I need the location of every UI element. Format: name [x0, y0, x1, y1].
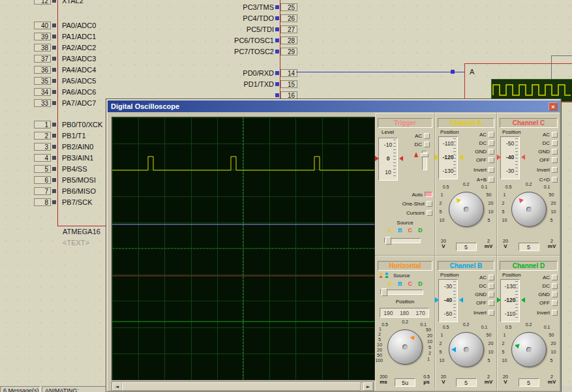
pin-row[interactable]: PC6/TOSC1 28 — [223, 35, 297, 46]
messages-status[interactable]: 6 Message(s) — [0, 386, 40, 392]
oscilloscope-instrument-symbol[interactable]: A — [464, 63, 572, 102]
source-d[interactable]: D — [418, 280, 423, 287]
horizontal-position-drum[interactable]: 190180170 — [380, 308, 429, 318]
pin-row[interactable]: 6 PB5/MOSI — [34, 174, 102, 185]
timebase-knob[interactable] — [387, 329, 423, 365]
scrollbar-thumb[interactable] — [122, 382, 361, 391]
trigger-level-drum[interactable]: -10010 — [378, 138, 398, 181]
off-button[interactable] — [489, 300, 494, 306]
off-button[interactable] — [489, 157, 494, 163]
pin-row[interactable]: 40 PA0/ADC0 — [34, 20, 96, 31]
source-a[interactable]: A — [388, 280, 393, 287]
source-c[interactable]: C — [408, 280, 413, 287]
channel-d-gain-knob[interactable] — [511, 332, 547, 367]
sum-button[interactable] — [489, 177, 494, 183]
source-a[interactable]: A — [388, 227, 393, 234]
pin-row[interactable]: 34 PA6/ADC6 — [34, 86, 96, 97]
probe-wire[interactable] — [455, 72, 464, 72]
display-scrollbar[interactable]: ◄ ► — [112, 382, 374, 391]
timebase-value[interactable]: 5u — [395, 378, 415, 387]
source-b[interactable]: B — [398, 280, 402, 287]
source-c[interactable]: C — [408, 227, 413, 234]
pin-row[interactable]: 4 PB3/AIN1 — [34, 153, 102, 164]
gnd-button[interactable] — [552, 292, 558, 297]
cursors-button[interactable] — [427, 210, 432, 216]
scroll-left-icon[interactable]: ◄ — [112, 382, 122, 391]
pin-row[interactable]: 37 PA3/ADC3 — [34, 53, 96, 65]
trigger-source-slider[interactable] — [384, 238, 421, 243]
slider-handle[interactable] — [421, 153, 429, 157]
dc-button[interactable] — [552, 140, 558, 146]
ac-button[interactable] — [489, 132, 494, 138]
ac-button[interactable] — [489, 275, 494, 280]
sum-button[interactable] — [552, 177, 558, 183]
slider-handle[interactable] — [385, 237, 391, 245]
invert-button[interactable] — [489, 167, 494, 173]
off-button[interactable] — [552, 157, 558, 163]
pin-pad — [52, 23, 56, 27]
source-b[interactable]: B — [398, 227, 402, 234]
pin-row[interactable]: 5 PB4/SS — [34, 164, 102, 175]
invert-button[interactable] — [489, 310, 494, 316]
trigger-edge-slider[interactable] — [422, 151, 427, 170]
rxd-wire[interactable] — [296, 72, 453, 72]
ac-button[interactable] — [424, 133, 430, 139]
pin-row[interactable]: 7 PB6/MISO — [34, 185, 102, 196]
channel-a-gain-knob[interactable] — [449, 192, 484, 227]
scope-display[interactable] — [112, 117, 375, 380]
slider-handle[interactable] — [382, 288, 387, 296]
channel-b-gain-knob[interactable] — [449, 332, 484, 367]
us-unit: 0.5μs — [419, 374, 434, 385]
scroll-right-icon[interactable]: ► — [363, 382, 373, 391]
close-icon[interactable]: × — [549, 102, 558, 111]
channel-c-gain-knob[interactable] — [511, 192, 547, 227]
pin-row[interactable]: PC7/TOSC2 29 — [223, 46, 297, 57]
channel-c-position-drum[interactable]: -50-40-30 — [500, 136, 520, 179]
one-shot-button[interactable] — [427, 201, 432, 207]
pin-number: 2 — [34, 132, 51, 140]
channel-d-position-drum[interactable]: -130-120-110 — [500, 279, 520, 322]
channel-d-scale-value[interactable]: 5 — [519, 378, 539, 387]
dc-button[interactable] — [489, 283, 494, 289]
ac-row: AC — [479, 131, 494, 138]
pin-row[interactable]: PC3/TMS 25 — [223, 1, 297, 12]
horizontal-source-slider[interactable] — [380, 290, 423, 295]
dc-button[interactable] — [552, 283, 558, 289]
auto-indicator-button[interactable] — [425, 192, 432, 197]
source-d[interactable]: D — [418, 227, 423, 234]
scale-label: 5 — [374, 337, 385, 342]
channel-a-position-drum[interactable]: -110-120-130 — [438, 136, 458, 179]
pin-row[interactable]: 1 PB0/T0/XCK — [34, 119, 102, 130]
pin-row[interactable]: PD1/TXD 15 — [223, 78, 297, 89]
pin-row[interactable]: 2 PB1/T1 — [34, 130, 102, 142]
invert-button[interactable] — [552, 310, 558, 316]
dc-button[interactable] — [424, 142, 430, 147]
ac-button[interactable] — [552, 275, 558, 280]
channel-c-scale-value[interactable]: 5 — [519, 243, 539, 251]
instrument-wire-horizontal[interactable] — [551, 55, 572, 56]
pin-row[interactable]: 38 PA2/ADC2 — [34, 42, 96, 53]
invert-button[interactable] — [552, 167, 558, 173]
pin-row[interactable]: 8 PB7/SCK — [34, 196, 102, 207]
pin-row[interactable]: PC5/TDI 27 — [223, 23, 297, 35]
gnd-button[interactable] — [489, 149, 494, 155]
pin-row[interactable]: 33 PA7/ADC7 — [34, 97, 96, 108]
ac-button[interactable] — [552, 132, 558, 138]
pin-label: PA6/ADC6 — [62, 88, 96, 96]
trigger-source-channels: A B C D — [375, 227, 435, 234]
channel-a-scale-value[interactable]: 5 — [456, 243, 477, 251]
pin-row[interactable]: PC4/TDO 26 — [223, 12, 297, 23]
pin-row[interactable]: 36 PA4/ADC4 — [34, 65, 96, 76]
pin-row[interactable]: 12 XTAL2 — [34, 0, 83, 7]
pin-row[interactable]: PD0/RXD 14 — [223, 67, 297, 78]
gnd-button[interactable] — [552, 149, 558, 155]
channel-b-position-drum[interactable]: -30-40-50 — [438, 279, 458, 322]
pin-row[interactable]: 39 PA1/ADC1 — [34, 31, 96, 42]
channel-b-scale-value[interactable]: 5 — [456, 378, 477, 387]
pin-row[interactable]: 3 PB2/AIN0 — [34, 142, 102, 153]
pin-row[interactable]: 35 PA5/ADC5 — [34, 75, 96, 86]
off-button[interactable] — [552, 300, 558, 306]
dc-button[interactable] — [489, 140, 494, 146]
window-titlebar[interactable]: Digital Oscilloscope × — [108, 100, 560, 112]
gnd-button[interactable] — [489, 292, 494, 297]
